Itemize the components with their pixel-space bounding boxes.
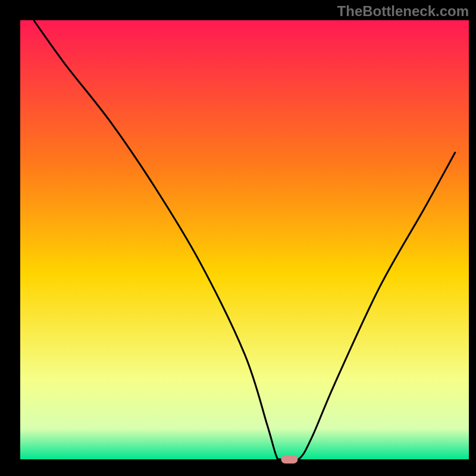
watermark-text: TheBottleneck.com: [337, 3, 469, 19]
bottleneck-chart: TheBottleneck.com: [0, 0, 476, 476]
chart-svg: TheBottleneck.com: [0, 0, 476, 476]
optimal-marker: [281, 455, 298, 464]
chart-plot-area: [20, 20, 469, 459]
